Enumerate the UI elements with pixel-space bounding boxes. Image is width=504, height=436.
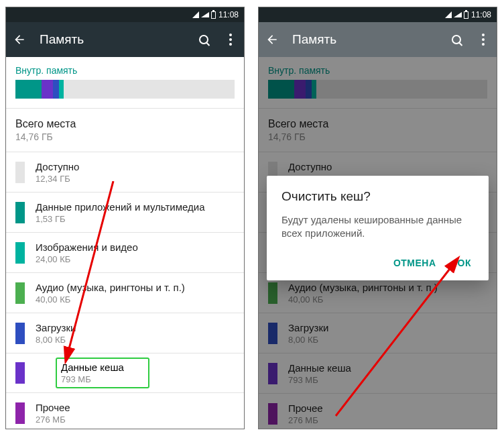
status-bar: 11:08 [259, 7, 497, 22]
row-cache[interactable]: Данные кеша 793 МБ [6, 353, 244, 392]
storage-content: Внутр. память Всего места 14,76 ГБ Досту… [259, 57, 497, 429]
dialog-title: Очистить кеш? [281, 189, 474, 204]
swatch-downloads [15, 323, 25, 344]
section-label: Внутр. память [6, 57, 244, 80]
appbar-title: Память [292, 32, 436, 47]
app-bar: Память [259, 22, 497, 57]
overflow-menu-icon [477, 33, 490, 46]
overflow-menu-icon[interactable] [224, 33, 237, 46]
signal-icon [445, 11, 452, 18]
appbar-title: Память [40, 32, 184, 47]
battery-icon [211, 11, 216, 19]
back-icon [265, 33, 279, 46]
swatch-apps [15, 202, 25, 223]
row-downloads[interactable]: Загрузки 8,00 КБ [6, 313, 244, 353]
row-available[interactable]: Доступно 12,34 ГБ [6, 152, 244, 192]
row-label: Данные приложений и мультимедиа [36, 201, 235, 213]
swatch-cache [15, 362, 25, 384]
clock-text: 11:08 [471, 10, 491, 19]
row-label: Доступно [36, 161, 235, 172]
swatch-available [15, 162, 25, 183]
row-label: Данные кеша [61, 362, 144, 373]
battery-icon [464, 11, 468, 19]
phone-screen-right: 11:08 Память Внутр. память Всего места 1… [258, 7, 497, 429]
status-icons [445, 11, 468, 19]
wifi-icon [201, 12, 209, 17]
row-value: 12,34 ГБ [36, 174, 235, 184]
row-value: 24,00 КБ [36, 254, 235, 264]
row-apps[interactable]: Данные приложений и мультимедиа 1,53 ГБ [6, 192, 244, 232]
swatch-images [15, 242, 25, 264]
wifi-icon [454, 12, 462, 17]
row-audio[interactable]: Аудио (музыка, рингтоны и т. п.) 40,00 К… [6, 272, 244, 313]
total-value: 14,76 ГБ [15, 131, 235, 142]
swatch-audio [15, 282, 25, 304]
row-value: 276 МБ [36, 415, 235, 425]
search-icon[interactable] [197, 33, 210, 46]
row-label: Загрузки [36, 322, 235, 333]
row-label: Прочее [36, 402, 235, 413]
row-other[interactable]: Прочее 276 МБ [6, 392, 244, 429]
status-icons [192, 11, 216, 19]
dialog-body: Будут удалены кешированные данные всех п… [281, 213, 474, 241]
bar-seg-downloads [53, 80, 60, 99]
row-label: Изображения и видео [36, 241, 235, 253]
storage-bar [15, 80, 235, 99]
bar-seg-apps [15, 80, 42, 99]
row-images[interactable]: Изображения и видео 24,00 КБ [6, 232, 244, 272]
row-value: 40,00 КБ [36, 294, 235, 305]
back-icon[interactable] [13, 33, 26, 46]
search-icon [450, 33, 463, 46]
cache-highlight: Данные кеша 793 МБ [56, 358, 149, 388]
phone-screen-left: 11:08 Память Внутр. память Всего места 1… [5, 7, 245, 429]
storage-content: Внутр. память Всего места 14,76 ГБ Досту… [6, 57, 244, 429]
dialog-scrim[interactable]: Очистить кеш? Будут удалены кешированные… [259, 57, 497, 429]
total-label: Всего места [15, 118, 235, 130]
app-bar: Память [6, 22, 244, 57]
total-row: Всего места 14,76 ГБ [6, 108, 244, 152]
status-bar: 11:08 [6, 7, 244, 22]
signal-icon [192, 11, 199, 18]
clock-text: 11:08 [218, 10, 239, 19]
swatch-other [15, 402, 25, 424]
bar-seg-cache [42, 80, 52, 99]
ok-button[interactable]: ОК [455, 252, 474, 274]
bar-seg-media [59, 80, 64, 99]
row-value: 8,00 КБ [36, 335, 235, 345]
clear-cache-dialog: Очистить кеш? Будут удалены кешированные… [267, 176, 489, 281]
row-value: 1,53 ГБ [36, 214, 235, 224]
dialog-actions: ОТМЕНА ОК [281, 252, 474, 274]
cancel-button[interactable]: ОТМЕНА [391, 252, 439, 274]
row-value: 793 МБ [61, 374, 144, 384]
row-label: Аудио (музыка, рингтоны и т. п.) [36, 282, 235, 293]
storage-bar-container[interactable] [6, 80, 244, 108]
